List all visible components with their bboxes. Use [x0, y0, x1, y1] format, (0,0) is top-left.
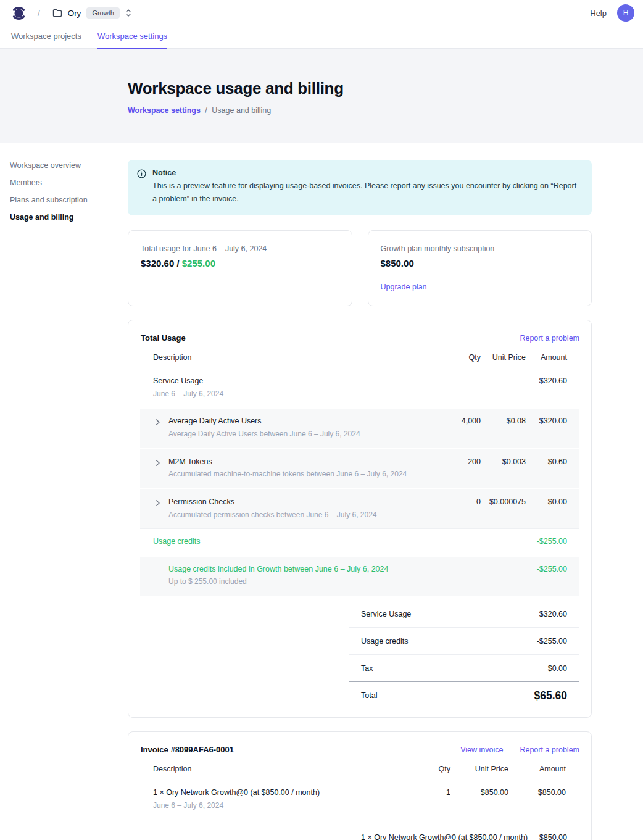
row-subtitle: Accumulated permission checks between Ju… [168, 510, 438, 520]
row-unit-price: $850.00 [450, 788, 508, 797]
col-amount: Amount [526, 353, 567, 362]
upgrade-plan-link[interactable]: Upgrade plan [381, 283, 427, 291]
usage-credit-amount: $255.00 [182, 258, 215, 268]
workspace-name: Ory [68, 9, 81, 18]
ory-logo-icon[interactable] [11, 5, 27, 22]
table-row-usage-credits-detail: Usage credits included in Growth between… [140, 557, 579, 596]
totals-value: $65.60 [534, 689, 567, 702]
row-amount: $320.00 [526, 417, 567, 425]
row-unit-price: $0.000075 [481, 497, 526, 506]
table-header: Description Qty Unit Price Amount [140, 754, 579, 780]
breadcrumb-separator: / [38, 9, 40, 18]
avatar[interactable]: H [617, 4, 634, 22]
row-subtitle: June 6 – July 6, 2024 [153, 389, 438, 399]
plan-badge: Growth [86, 7, 119, 19]
usage-table: Description Qty Unit Price Amount Servic… [140, 343, 579, 596]
sidebar-item-workspace-overview[interactable]: Workspace overview [10, 161, 118, 170]
totals-row-usage-credits: Usage credits -$255.00 [349, 628, 579, 655]
content-area: Workspace overview Members Plans and sub… [0, 143, 643, 840]
page-header: Workspace usage and billing Workspace se… [0, 49, 643, 143]
totals-label: Total [361, 691, 377, 700]
col-qty: Qty [413, 765, 450, 773]
row-qty: 4,000 [438, 417, 481, 425]
workspace-switcher[interactable]: Ory Growth [52, 7, 131, 19]
total-usage-value: $320.60 / $255.00 [141, 258, 339, 268]
totals-value: $0.00 [548, 664, 567, 673]
totals-value: -$255.00 [537, 637, 567, 646]
row-amount: $0.00 [526, 497, 567, 506]
row-title: Average Daily Active Users [168, 417, 438, 426]
view-invoice-link[interactable]: View invoice [460, 746, 503, 754]
row-subtitle: Average Daily Active Users between June … [168, 430, 438, 439]
table-row-invoice-line: 1 × Ory Network Growth@0 (at $850.00 / m… [140, 780, 579, 819]
help-button[interactable]: Help [590, 9, 607, 18]
plan-label: Growth plan monthly subscription [381, 244, 579, 253]
totals-row-total: Total $65.60 [349, 682, 579, 713]
invoice-table: Description Qty Unit Price Amount 1 × Or… [140, 754, 579, 819]
row-title: Usage credits [153, 537, 438, 547]
plan-value: $850.00 [381, 258, 579, 268]
totals-row-tax: Tax $0.00 [349, 655, 579, 682]
table-row-m2m-tokens: M2M Tokens Accumulated machine-to-machin… [140, 449, 579, 488]
row-amount: $320.60 [526, 376, 567, 385]
row-subtitle: June 6 – July 6, 2024 [153, 801, 413, 811]
plan-card: Growth plan monthly subscription $850.00… [368, 230, 592, 306]
table-header: Description Qty Unit Price Amount [140, 343, 579, 368]
row-title: M2M Tokens [168, 457, 438, 467]
sidebar-item-members[interactable]: Members [10, 178, 118, 187]
tab-workspace-projects[interactable]: Workspace projects [11, 26, 81, 49]
row-amount: $850.00 [508, 788, 566, 797]
expand-chevron-icon[interactable] [140, 457, 168, 467]
chevron-up-down-icon [125, 9, 131, 17]
totals-label: Service Usage [361, 610, 411, 618]
report-problem-link[interactable]: Report a problem [520, 334, 579, 343]
breadcrumb-separator: / [205, 106, 207, 115]
row-unit-price: $0.08 [481, 417, 526, 425]
top-bar: / Ory Growth Help H [0, 0, 643, 26]
usage-amount: $320.60 [141, 258, 174, 268]
col-qty: Qty [438, 353, 481, 362]
report-problem-link[interactable]: Report a problem [520, 746, 579, 754]
col-description: Description [153, 765, 413, 773]
col-unit-price: Unit Price [481, 353, 526, 362]
invoice-title: Invoice #8099AFA6-0001 [141, 745, 234, 754]
total-usage-panel: Total Usage Report a problem Description… [128, 320, 592, 718]
expand-chevron-icon[interactable] [140, 497, 168, 507]
row-qty: 200 [438, 457, 481, 466]
tab-bar: Workspace projects Workspace settings [0, 26, 643, 49]
totals-label: 1 × Ory Network Growth@0 (at $850.00 / m… [361, 833, 528, 840]
row-amount: $0.60 [526, 457, 567, 466]
sidebar-item-usage-and-billing[interactable]: Usage and billing [10, 213, 118, 222]
usage-separator: / [174, 258, 182, 268]
row-unit-price: $0.003 [481, 457, 526, 466]
totals-value: $320.60 [539, 610, 567, 618]
folder-icon [52, 9, 62, 17]
panel-title: Total Usage [141, 333, 186, 343]
notice-body: This is a preview feature for displaying… [152, 180, 582, 205]
row-title: Usage credits included in Growth between… [168, 565, 438, 575]
row-subtitle: Accumulated machine-to-machine tokens be… [168, 470, 438, 480]
usage-totals: Service Usage $320.60 Usage credits -$25… [349, 601, 579, 713]
col-amount: Amount [508, 765, 566, 773]
info-icon [137, 169, 146, 205]
notice-banner: Notice This is a preview feature for dis… [128, 160, 592, 215]
breadcrumb-link-workspace-settings[interactable]: Workspace settings [128, 106, 201, 115]
tab-workspace-settings[interactable]: Workspace settings [97, 26, 167, 49]
row-qty: 1 [413, 788, 450, 797]
table-row-average-daily-active-users: Average Daily Active Users Average Daily… [140, 409, 579, 447]
totals-label: Tax [361, 664, 373, 673]
breadcrumb: Workspace settings / Usage and billing [128, 106, 643, 115]
notice-title: Notice [152, 168, 582, 177]
row-qty: 0 [438, 497, 481, 506]
sidebar-item-plans-and-subscription[interactable]: Plans and subscription [10, 196, 118, 204]
col-unit-price: Unit Price [450, 765, 508, 773]
totals-label: Usage credits [361, 637, 408, 646]
table-row-usage-credits: Usage credits -$255.00 [140, 528, 579, 555]
expand-chevron-icon[interactable] [140, 417, 168, 426]
total-usage-label: Total usage for June 6 – July 6, 2024 [141, 244, 339, 253]
row-title: Service Usage [153, 376, 438, 386]
breadcrumb-current: Usage and billing [212, 106, 271, 115]
table-row-permission-checks: Permission Checks Accumulated permission… [140, 489, 579, 528]
row-title: Permission Checks [168, 497, 438, 507]
totals-row-line-item: 1 × Ory Network Growth@0 (at $850.00 / m… [349, 824, 579, 840]
